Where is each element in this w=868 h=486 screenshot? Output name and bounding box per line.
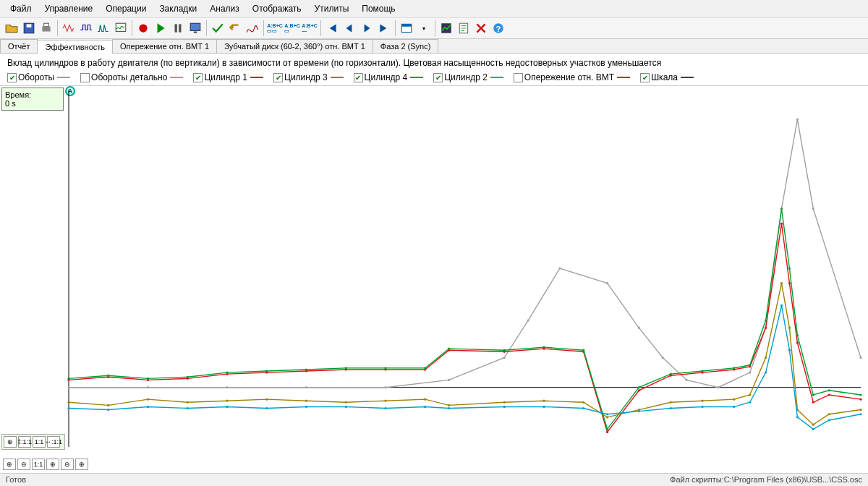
svg-point-91 [859, 409, 861, 411]
monitor-icon[interactable] [187, 20, 204, 37]
record-icon[interactable] [135, 20, 152, 37]
tab-advance-1[interactable]: Опережение отн. ВМТ 1 [112, 39, 217, 53]
svg-rect-2 [42, 27, 50, 32]
legend-swatch [490, 77, 503, 78]
help-icon[interactable]: ? [490, 20, 507, 37]
window-icon[interactable] [398, 20, 415, 37]
legend-checkbox-icon[interactable] [80, 73, 90, 82]
abc2-icon[interactable]: A:B+C▭ [284, 20, 301, 37]
abc3-icon[interactable]: A:B+C— [301, 20, 318, 37]
tab-tooth-disc[interactable]: Зубчатый диск (60-2, 360°) отн. ВМТ 1 [216, 39, 373, 53]
zoom-in-icon[interactable]: ⊕ [3, 459, 16, 470]
legend-item-4[interactable]: ✔Цилиндр 4 [354, 72, 424, 82]
legend-item-1[interactable]: Обороты детально [80, 72, 183, 82]
svg-point-82 [701, 400, 703, 402]
svg-point-96 [226, 371, 228, 373]
zoom-h-11[interactable]: 1:1 [33, 436, 46, 448]
svg-point-139 [765, 371, 767, 373]
zoom-out-icon[interactable]: ⊖ [17, 459, 30, 470]
legend-checkbox-icon[interactable]: ✔ [640, 73, 650, 82]
revert-icon[interactable] [226, 20, 244, 37]
svg-point-97 [265, 370, 268, 372]
zoom-in3-icon[interactable]: ⊕ [75, 459, 88, 470]
legend-item-2[interactable]: ✔Цилиндр 1 [193, 72, 263, 82]
nav-last-icon[interactable] [375, 20, 393, 37]
svg-point-113 [780, 208, 783, 210]
tab-phase2[interactable]: Фаза 2 (Sync) [373, 39, 439, 53]
zoom-v-plus[interactable]: ⊕ [4, 436, 17, 448]
legend-item-3[interactable]: ✔Цилиндр 3 [273, 72, 344, 82]
save-icon[interactable] [20, 20, 38, 37]
tab-efficiency[interactable]: Эффективность [37, 40, 113, 54]
legend-checkbox-icon[interactable] [514, 73, 523, 82]
svg-point-75 [448, 404, 450, 406]
menu-help[interactable]: Помощь [356, 1, 401, 16]
nav-next-icon[interactable] [358, 20, 375, 37]
plot-canvas[interactable] [0, 86, 868, 454]
legend-checkbox-icon[interactable]: ✔ [193, 73, 203, 82]
svg-point-138 [749, 401, 751, 404]
svg-point-31 [717, 386, 719, 388]
svg-point-135 [670, 407, 672, 409]
nav-prev-icon[interactable] [341, 20, 358, 37]
menu-control[interactable]: Управление [39, 1, 99, 16]
zoom-v-11[interactable]: ‡:1:1 [18, 436, 31, 448]
legend-label: Опережение отн. ВМТ [524, 72, 614, 82]
curve-icon[interactable] [244, 20, 261, 37]
zoom-reset-icon[interactable]: 1:1 [32, 459, 45, 470]
signal-icon[interactable] [95, 20, 112, 37]
legend-checkbox-icon[interactable]: ✔ [7, 73, 17, 82]
tab-report[interactable]: Отчёт [0, 39, 38, 53]
abc1-icon[interactable]: A:B+C▭▭ [266, 20, 284, 37]
svg-point-71 [305, 400, 307, 402]
zoom-hh-11[interactable]: ↔:1:1 [47, 436, 60, 448]
menu-bookmarks[interactable]: Закладки [153, 1, 203, 16]
svg-point-62 [812, 401, 814, 404]
svg-point-28 [638, 327, 640, 329]
open-icon[interactable] [3, 20, 20, 37]
zoom-in2-icon[interactable]: ⊕ [46, 459, 59, 470]
report-icon[interactable] [455, 20, 472, 37]
legend-item-7[interactable]: ✔Шкала [640, 72, 694, 82]
menu-analysis[interactable]: Анализ [204, 1, 245, 16]
legend-item-0[interactable]: ✔Обороты [7, 72, 70, 82]
svg-point-74 [424, 398, 426, 401]
zoom-out2-icon[interactable]: ⊖ [61, 459, 74, 470]
legend-label: Цилиндр 2 [444, 72, 488, 82]
status-left: Готов [6, 475, 26, 485]
svg-point-102 [448, 348, 450, 350]
menu-display[interactable]: Отображать [247, 1, 307, 16]
legend-label: Шкала [651, 72, 678, 82]
legend-checkbox-icon[interactable]: ✔ [354, 73, 363, 82]
nav-first-icon[interactable] [323, 20, 341, 37]
svg-point-101 [424, 367, 426, 369]
dropdown-icon[interactable]: ▾ [415, 20, 433, 37]
svg-point-27 [606, 282, 608, 284]
menu-utilities[interactable]: Утилиты [309, 1, 355, 16]
svg-point-106 [606, 428, 608, 430]
waveform1-icon[interactable] [60, 20, 77, 37]
svg-point-85 [765, 357, 767, 359]
scope-icon[interactable] [112, 20, 129, 37]
zoom-bottom-row: ⊕ ⊖ 1:1 ⊕ ⊖ ⊕ [1, 457, 90, 472]
svg-point-25 [527, 319, 529, 321]
graph-icon[interactable] [438, 20, 455, 37]
menu-operations[interactable]: Операции [100, 1, 152, 16]
svg-point-112 [765, 319, 767, 321]
svg-point-29 [662, 357, 664, 359]
play-icon[interactable] [152, 20, 169, 37]
pulse-icon[interactable] [77, 20, 95, 37]
svg-point-141 [788, 349, 791, 351]
svg-point-72 [345, 401, 347, 404]
legend-checkbox-icon[interactable]: ✔ [433, 73, 443, 82]
svg-point-66 [107, 404, 109, 406]
menu-file[interactable]: Файл [4, 1, 38, 16]
svg-point-64 [859, 398, 861, 401]
legend-item-5[interactable]: ✔Цилиндр 2 [433, 72, 503, 82]
print-icon[interactable] [38, 20, 55, 37]
check-icon[interactable] [209, 20, 226, 37]
legend-item-6[interactable]: Опережение отн. ВМТ [514, 72, 630, 82]
legend-checkbox-icon[interactable]: ✔ [273, 73, 283, 82]
pause-icon[interactable] [169, 20, 187, 37]
delete-icon[interactable] [472, 20, 490, 37]
